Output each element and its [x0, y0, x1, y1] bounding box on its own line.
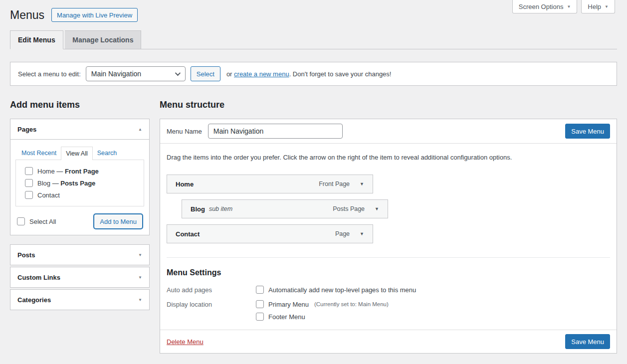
page-item-state: Front Page [65, 168, 99, 175]
auto-add-pages-checkbox-label: Automatically add new top-level pages to… [268, 286, 416, 294]
create-menu-text: or create a new menu. Don't forget to sa… [226, 70, 392, 78]
tab-most-recent[interactable]: Most Recent [17, 147, 61, 160]
save-changes-reminder: . Don't forget to save your changes! [289, 70, 392, 78]
tab-manage-locations[interactable]: Manage Locations [65, 30, 141, 49]
select-all-label: Select All [29, 218, 56, 225]
menu-item-home[interactable]: Home Front Page ▼ [167, 175, 373, 193]
page-item-title: Blog — [37, 180, 60, 187]
pages-checklist-panel: Home — Front Page Blog — Posts Page Cont… [15, 160, 144, 206]
auto-add-pages-label: Auto add pages [167, 286, 256, 294]
item-options-arrow-icon[interactable]: ▼ [360, 231, 364, 236]
display-location-label: Display location [167, 300, 256, 321]
tab-view-all[interactable]: View All [61, 147, 93, 160]
menu-select-dropdown[interactable]: Main Navigation [86, 66, 186, 81]
menu-item-type: Posts Page [333, 205, 365, 212]
custom-links-accordion: Custom Links ▼ [10, 267, 150, 288]
custom-links-accordion-header[interactable]: Custom Links ▼ [10, 267, 149, 287]
select-all-control: Select All [17, 217, 56, 225]
screen-meta-links: Screen Options ▼ Help ▼ [512, 0, 615, 13]
tab-edit-menus[interactable]: Edit Menus [10, 30, 63, 49]
settings-divider [167, 257, 610, 258]
drag-instructions: Drag the items into the order you prefer… [167, 154, 610, 161]
menu-select-value: Main Navigation [91, 70, 141, 78]
page-item-title: Contact [37, 191, 60, 199]
menu-item-title: Contact [176, 230, 200, 238]
expand-arrow-icon[interactable]: ▼ [138, 253, 142, 257]
expand-arrow-icon[interactable]: ▼ [138, 275, 142, 280]
delete-menu-link[interactable]: Delete Menu [167, 338, 204, 346]
add-to-menu-button[interactable]: Add to Menu [94, 214, 143, 229]
help-label: Help [588, 3, 601, 10]
page-item-title: Home — [37, 168, 65, 175]
pages-accordion-title: Pages [17, 126, 36, 133]
item-options-arrow-icon[interactable]: ▼ [360, 182, 364, 186]
select-all-checkbox[interactable] [17, 217, 25, 225]
menu-structure-body: Drag the items into the order you prefer… [160, 144, 617, 321]
blog-checkbox[interactable] [25, 179, 33, 187]
add-menu-items-heading: Add menu items [10, 100, 150, 110]
menu-item-title: Blog [191, 205, 205, 213]
nav-tab-bar: Edit Menus Manage Locations [10, 30, 617, 49]
or-text: or [226, 70, 234, 78]
page-checkbox-item: Blog — Posts Page [20, 177, 140, 189]
chevron-down-icon: ▼ [567, 4, 571, 9]
footer-menu-label: Footer Menu [268, 313, 305, 321]
screen-options-label: Screen Options [519, 3, 564, 10]
contact-checkbox[interactable] [25, 191, 33, 199]
menu-settings-heading: Menu Settings [167, 268, 610, 277]
posts-accordion: Posts ▼ [10, 244, 150, 265]
screen-options-button[interactable]: Screen Options ▼ [512, 0, 578, 13]
home-checkbox[interactable] [25, 167, 33, 175]
footer-menu-option: Footer Menu [256, 313, 389, 321]
create-new-menu-link[interactable]: create a new menu [234, 70, 289, 78]
menu-structure-box: Menu Name Save Menu Drag the items into … [160, 119, 617, 354]
pages-accordion: Pages ▲ Most Recent View All Search Home… [10, 119, 150, 235]
menu-name-label: Menu Name [167, 128, 202, 135]
chevron-down-icon [175, 70, 181, 76]
pages-tabs: Most Recent View All Search [15, 140, 144, 160]
tab-search[interactable]: Search [93, 147, 122, 160]
manage-with-live-preview-button[interactable]: Manage with Live Preview [51, 8, 138, 22]
menu-item-type: Page [335, 230, 350, 237]
auto-add-pages-option: Automatically add new top-level pages to… [256, 286, 416, 294]
menu-select-bar: Select a menu to edit: Main Navigation S… [10, 62, 617, 86]
menu-structure-column: Menu structure Menu Name Save Menu Drag … [160, 100, 617, 354]
pages-accordion-body: Most Recent View All Search Home — Front… [10, 139, 149, 235]
item-options-arrow-icon[interactable]: ▼ [375, 206, 379, 211]
help-button[interactable]: Help ▼ [581, 0, 615, 13]
primary-menu-label: Primary Menu [268, 301, 309, 308]
page-checkbox-item: Contact [20, 189, 140, 201]
footer-menu-checkbox[interactable] [256, 313, 264, 321]
collapse-arrow-icon[interactable]: ▲ [138, 127, 142, 132]
primary-menu-option: Primary Menu (Currently set to: Main Men… [256, 300, 389, 308]
auto-add-pages-checkbox[interactable] [256, 286, 264, 294]
categories-accordion-header[interactable]: Categories ▼ [10, 290, 149, 310]
primary-menu-note: (Currently set to: Main Menu) [314, 301, 389, 307]
posts-accordion-header[interactable]: Posts ▼ [10, 245, 149, 265]
custom-links-accordion-title: Custom Links [17, 274, 60, 281]
posts-accordion-title: Posts [17, 251, 35, 259]
pages-footer: Select All Add to Menu [15, 214, 144, 229]
categories-accordion: Categories ▼ [10, 289, 150, 310]
page-item-label: Contact [37, 191, 60, 199]
page-checkbox-item: Home — Front Page [20, 165, 140, 177]
menu-item-contact[interactable]: Contact Page ▼ [167, 224, 373, 243]
display-location-row: Display location Primary Menu (Currently… [167, 300, 610, 321]
menus-admin-page: Screen Options ▼ Help ▼ Menus Manage wit… [0, 0, 627, 354]
save-menu-button-bottom[interactable]: Save Menu [565, 334, 610, 349]
page-item-state: Posts Page [60, 180, 95, 187]
page-item-label: Home — Front Page [37, 168, 99, 175]
page-item-label: Blog — Posts Page [37, 180, 95, 187]
menu-structure-footer: Delete Menu Save Menu [160, 330, 617, 353]
primary-menu-checkbox[interactable] [256, 300, 264, 308]
menu-item-blog[interactable]: Blog sub item Posts Page ▼ [182, 199, 388, 218]
menu-item-type: Front Page [319, 181, 350, 187]
save-menu-button-top[interactable]: Save Menu [565, 124, 610, 139]
menu-name-header: Menu Name Save Menu [160, 119, 617, 144]
select-menu-button[interactable]: Select [191, 66, 220, 81]
page-title: Menus [10, 7, 44, 22]
menu-name-input[interactable] [208, 124, 343, 139]
add-menu-items-column: Add menu items Pages ▲ Most Recent View … [10, 100, 150, 310]
expand-arrow-icon[interactable]: ▼ [138, 298, 142, 302]
pages-accordion-header[interactable]: Pages ▲ [10, 119, 149, 139]
